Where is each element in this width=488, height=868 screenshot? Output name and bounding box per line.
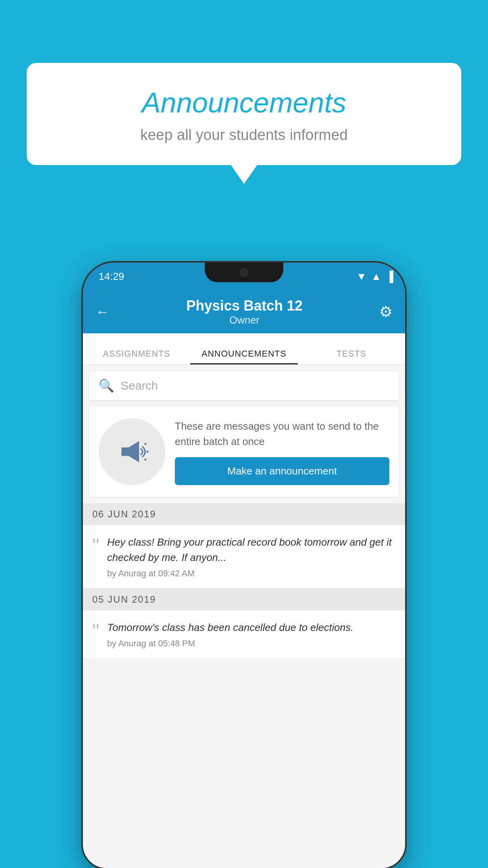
quote-icon-1: " <box>92 536 99 556</box>
camera-cutout <box>240 268 248 277</box>
announcement-text-1: Hey class! Bring your practical record b… <box>107 535 396 565</box>
content-area: 🔍 Search <box>83 365 405 868</box>
wifi-icon: ▼ <box>356 270 367 283</box>
search-placeholder: Search <box>121 379 158 392</box>
app-header: ← Physics Batch 12 Owner ⚙ <box>83 290 405 333</box>
phone-frame: 14:29 ▼ ▲ ▐ ← Physics Batch 12 Owner ⚙ A… <box>83 263 405 868</box>
speech-bubble-title: Announcements <box>42 86 446 119</box>
status-icons: ▼ ▲ ▐ <box>356 270 393 283</box>
announcement-prompt-card: These are messages you want to send to t… <box>89 406 399 497</box>
back-button[interactable]: ← <box>92 300 113 323</box>
speech-bubble-container: Announcements keep all your students inf… <box>27 63 461 165</box>
announcement-prompt-content: These are messages you want to send to t… <box>175 419 389 485</box>
header-title-group: Physics Batch 12 Owner <box>113 298 376 326</box>
svg-point-3 <box>145 458 147 460</box>
date-separator-1: 06 JUN 2019 <box>83 503 405 525</box>
header-title: Physics Batch 12 <box>113 298 376 314</box>
announcement-item-1[interactable]: " Hey class! Bring your practical record… <box>83 525 405 588</box>
svg-marker-0 <box>121 441 139 462</box>
date-separator-2: 05 JUN 2019 <box>83 588 405 611</box>
header-subtitle: Owner <box>113 314 376 326</box>
speech-bubble-subtitle: keep all your students informed <box>42 127 446 143</box>
announcement-text-2: Tomorrow's class has been cancelled due … <box>107 620 354 635</box>
announcement-content-2: Tomorrow's class has been cancelled due … <box>107 620 354 649</box>
tab-assignments[interactable]: ASSIGNMENTS <box>83 349 190 364</box>
quote-icon-2: " <box>92 622 99 641</box>
tab-bar: ASSIGNMENTS ANNOUNCEMENTS TESTS <box>83 333 405 365</box>
tab-tests[interactable]: TESTS <box>298 349 405 364</box>
megaphone-circle <box>99 418 165 485</box>
announcement-meta-2: by Anurag at 05:48 PM <box>107 638 354 649</box>
megaphone-icon <box>114 434 150 469</box>
make-announcement-button[interactable]: Make an announcement <box>175 457 389 485</box>
phone-screen: 14:29 ▼ ▲ ▐ ← Physics Batch 12 Owner ⚙ A… <box>83 263 405 868</box>
announcement-desc: These are messages you want to send to t… <box>175 419 389 449</box>
svg-point-2 <box>147 451 149 452</box>
battery-icon: ▐ <box>386 270 393 283</box>
speech-bubble: Announcements keep all your students inf… <box>27 63 461 165</box>
status-time: 14:29 <box>99 270 124 283</box>
search-bar[interactable]: 🔍 Search <box>89 371 399 400</box>
svg-point-1 <box>145 443 147 445</box>
announcement-item-2[interactable]: " Tomorrow's class has been cancelled du… <box>83 611 405 658</box>
announcement-content-1: Hey class! Bring your practical record b… <box>107 535 396 579</box>
tab-announcements[interactable]: ANNOUNCEMENTS <box>190 349 297 364</box>
announcement-meta-1: by Anurag at 09:42 AM <box>107 568 396 579</box>
search-icon: 🔍 <box>99 378 114 393</box>
notch <box>205 263 283 282</box>
settings-icon[interactable]: ⚙ <box>376 300 396 324</box>
signal-icon: ▲ <box>371 270 382 283</box>
